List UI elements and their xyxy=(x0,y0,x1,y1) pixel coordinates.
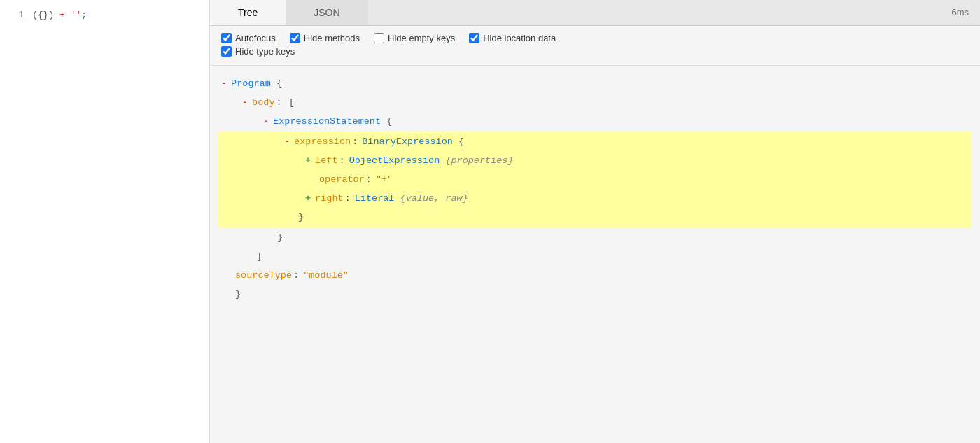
tab-tree[interactable]: Tree xyxy=(210,0,286,25)
colon-right: : xyxy=(345,189,351,208)
colon-body: : xyxy=(276,93,282,112)
type-binary-expr: BinaryExpression xyxy=(362,132,453,151)
punc-expstmt: { xyxy=(381,112,392,131)
value-operator: "+" xyxy=(376,170,393,189)
close-brace-program: } xyxy=(235,285,241,304)
operator: + xyxy=(54,10,70,20)
obj-literal: {} xyxy=(38,10,49,20)
type-literal: Literal xyxy=(355,189,395,208)
key-left: left xyxy=(315,151,337,170)
tree-node-operator: operator : "+" xyxy=(221,170,969,189)
tree-node-expression: - expression : BinaryExpression { xyxy=(221,132,969,151)
hide-type-keys-checkbox[interactable] xyxy=(221,46,232,57)
node-type-program: Program xyxy=(231,74,271,93)
tabs-bar: Tree JSON 6ms xyxy=(210,0,980,26)
key-expression: expression xyxy=(294,132,351,151)
close-brace-binary: } xyxy=(298,208,304,227)
hide-methods-checkbox[interactable] xyxy=(290,33,300,43)
hint-literal: {value, raw} xyxy=(394,189,468,208)
colon-left: : xyxy=(340,151,345,170)
value-sourcetype: "module" xyxy=(303,266,349,285)
tree-node-right: + right : Literal {value, raw} xyxy=(221,189,969,208)
toggle-plus-left[interactable]: + xyxy=(305,151,311,170)
tree-node-close-binary: } xyxy=(221,208,969,227)
hint-properties: {properties} xyxy=(440,151,513,170)
toggle-minus-expr[interactable]: - xyxy=(284,132,290,151)
toggle-plus-right[interactable]: + xyxy=(305,189,311,208)
code-line-1: 1 ({}) + ''; xyxy=(0,7,209,24)
hide-location-label: Hide location data xyxy=(483,33,556,43)
hide-type-keys-label: Hide type keys xyxy=(235,46,295,57)
hide-methods-option[interactable]: Hide methods xyxy=(290,33,360,43)
tree-node-close-program: } xyxy=(221,285,969,304)
colon-expression: : xyxy=(352,132,358,151)
string-literal: '' xyxy=(71,10,82,20)
paren-open: ( xyxy=(32,10,38,20)
key-sourcetype: sourceType xyxy=(235,266,292,285)
bracket-body: [ xyxy=(284,93,295,112)
hide-empty-keys-label: Hide empty keys xyxy=(388,33,455,43)
hide-empty-keys-option[interactable]: Hide empty keys xyxy=(374,33,455,43)
node-type-expstmt: ExpressionStatement xyxy=(273,112,381,131)
tree-viewer-panel: Tree JSON 6ms Autofocus Hide methods Hid… xyxy=(210,0,980,443)
colon-sourcetype: : xyxy=(293,266,299,285)
toggle-minus-program[interactable]: - xyxy=(221,74,227,93)
key-right: right xyxy=(315,189,344,208)
punc-program: { xyxy=(271,74,282,93)
hide-methods-label: Hide methods xyxy=(304,33,360,43)
tree-node-left: + left : ObjectExpression {properties} xyxy=(221,151,969,170)
type-object-expr: ObjectExpression xyxy=(349,151,440,170)
close-brace-expstmt: } xyxy=(277,228,283,247)
line-number: 1 xyxy=(7,8,24,23)
semicolon: ; xyxy=(81,10,87,20)
highlighted-region: - expression : BinaryExpression { + left… xyxy=(218,131,972,228)
options-row-2: Hide type keys xyxy=(221,46,969,57)
key-operator: operator xyxy=(319,170,365,189)
hide-location-checkbox[interactable] xyxy=(469,33,479,43)
autofocus-option[interactable]: Autofocus xyxy=(221,33,276,43)
options-bar: Autofocus Hide methods Hide empty keys H… xyxy=(210,26,980,66)
code-text: ({}) + ''; xyxy=(32,8,87,23)
code-editor-panel: 1 ({}) + ''; xyxy=(0,0,210,443)
punc-binary-expr: { xyxy=(453,132,464,151)
hide-location-option[interactable]: Hide location data xyxy=(469,33,556,43)
timing-badge: 6ms xyxy=(940,0,980,25)
tree-node-close-expstmt: } xyxy=(221,228,969,247)
tree-node-sourcetype: sourceType : "module" xyxy=(221,266,969,285)
autofocus-label: Autofocus xyxy=(235,33,276,43)
colon-operator: : xyxy=(366,170,372,189)
tab-json[interactable]: JSON xyxy=(286,0,368,25)
key-body: body xyxy=(252,93,274,112)
tree-node-body: - body : [ xyxy=(221,93,969,112)
hide-empty-keys-checkbox[interactable] xyxy=(374,33,384,43)
autofocus-checkbox[interactable] xyxy=(221,33,232,43)
tree-content: - Program { - body : [ - ExpressionState… xyxy=(210,66,980,443)
hide-type-keys-option[interactable]: Hide type keys xyxy=(221,46,295,57)
tree-node-expression-statement: - ExpressionStatement { xyxy=(221,112,969,131)
tree-node-program: - Program { xyxy=(221,74,969,93)
options-row-1: Autofocus Hide methods Hide empty keys H… xyxy=(221,33,969,43)
close-bracket-body: ] xyxy=(256,247,262,266)
toggle-minus-expstmt[interactable]: - xyxy=(263,112,269,131)
toggle-minus-body[interactable]: - xyxy=(242,93,248,112)
tree-node-close-body: ] xyxy=(221,247,969,266)
